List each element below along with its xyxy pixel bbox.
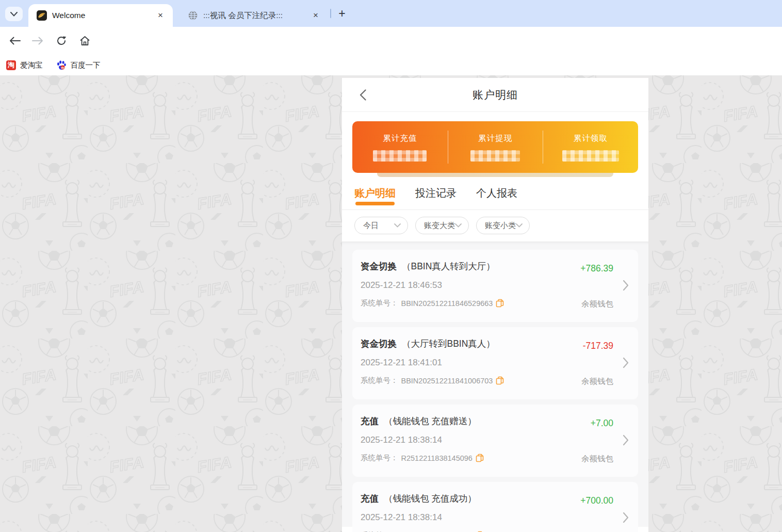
transaction-row[interactable]: 充值 （钱能钱包 充值赠送） 2025-12-21 18:38:14 系统单号：…	[352, 405, 638, 477]
transaction-detail: （钱能钱包 充值成功）	[384, 492, 477, 505]
copy-icon[interactable]	[476, 454, 484, 462]
tab-title: :::视讯 会员下注纪录:::	[203, 10, 309, 21]
transaction-detail: （BBIN真人转到大厅）	[402, 260, 495, 272]
order-number: BBIN202512211841006703	[401, 377, 493, 385]
summary-section: 累计充值 累计提现 累计领取	[342, 112, 648, 177]
tab-search-button[interactable]	[5, 7, 23, 21]
bookmark-aitaobao[interactable]: 淘 爱淘宝	[6, 60, 43, 70]
wallet-label: 余额钱包	[581, 299, 613, 310]
transaction-amount: +7.00	[591, 418, 613, 429]
summary-card-shadow-strip	[377, 173, 613, 177]
transaction-row[interactable]: 资金切换 （大厅转到BBIN真人） 2025-12-21 18:41:01 系统…	[352, 327, 638, 399]
chevron-right-icon[interactable]	[623, 434, 629, 446]
transaction-amount: +786.39	[580, 263, 613, 274]
chevron-down-icon	[455, 223, 462, 228]
browser-toolbar: 175616.cc/reports/index?tab=0	[0, 27, 782, 55]
order-prefix: 系统单号：	[361, 453, 398, 463]
summary-total-withdraw: 累计提现	[448, 121, 543, 173]
chevron-right-icon[interactable]	[623, 512, 629, 523]
masked-value	[562, 150, 619, 162]
transaction-row[interactable]: 充值 （钱能钱包 充值成功） 2025-12-21 18:38:14 系统单号：…	[352, 482, 638, 532]
chevron-down-icon	[10, 12, 18, 17]
account-detail-panel: 账户明细 累计充值 累计提现 累计领取 账户明细 投注记	[342, 78, 648, 532]
filter-label: 账变大类	[424, 221, 455, 231]
summary-total-claimed: 累计领取	[543, 121, 638, 173]
transaction-time: 2025-12-21 18:46:53	[361, 280, 561, 291]
transaction-type: 充值	[361, 415, 379, 427]
wallet-label: 余额钱包	[581, 454, 613, 464]
bookmark-label: 百度一下	[71, 60, 101, 70]
filter-date-dropdown[interactable]: 今日	[354, 217, 408, 234]
summary-label: 累计充值	[383, 133, 417, 144]
reload-icon	[56, 36, 67, 46]
site-favicon-icon	[37, 10, 47, 21]
svg-text:du: du	[61, 66, 64, 69]
transaction-time: 2025-12-21 18:41:01	[361, 358, 561, 368]
back-button[interactable]	[7, 33, 23, 49]
report-tabs: 账户明细 投注记录 个人报表	[342, 186, 648, 210]
chevron-down-icon	[516, 223, 523, 228]
tab-close-button[interactable]: ×	[309, 9, 322, 22]
globe-icon	[188, 10, 198, 21]
tab-personal-report[interactable]: 个人报表	[476, 186, 517, 207]
filter-label: 账变小类	[485, 221, 516, 231]
order-number: BBIN202512211846529663	[401, 299, 493, 308]
browser-tab-betting-record[interactable]: :::视讯 会员下注纪录::: ×	[180, 4, 328, 27]
new-tab-button[interactable]: +	[334, 6, 350, 21]
tab-account-detail[interactable]: 账户明细	[354, 186, 396, 207]
wallet-label: 余额钱包	[581, 376, 613, 387]
bookmark-baidu[interactable]: du 百度一下	[56, 60, 101, 70]
forward-arrow-icon	[32, 37, 43, 45]
taobao-icon: 淘	[6, 60, 16, 70]
order-prefix: 系统单号：	[361, 376, 398, 385]
filter-category-dropdown[interactable]: 账变大类	[415, 217, 469, 234]
tab-divider	[330, 9, 331, 18]
transaction-detail: （钱能钱包 充值赠送）	[384, 415, 477, 427]
filter-subcategory-dropdown[interactable]: 账变小类	[476, 217, 530, 234]
tab-title: Welcome	[52, 11, 154, 20]
summary-label: 累计领取	[574, 133, 608, 144]
summary-label: 累计提现	[478, 133, 512, 144]
copy-icon[interactable]	[496, 376, 504, 385]
masked-value	[373, 150, 427, 162]
summary-total-deposit: 累计充值	[352, 121, 448, 173]
transaction-list: 资金切换 （BBIN真人转到大厅） 2025-12-21 18:46:53 系统…	[342, 241, 648, 527]
transaction-time: 2025-12-21 18:38:14	[361, 435, 561, 445]
forward-button[interactable]	[30, 33, 45, 49]
page-background: FIFA	[0, 75, 782, 532]
filter-row: 今日 账变大类 账变小类	[342, 210, 648, 241]
transaction-type: 充值	[361, 492, 379, 505]
reload-button[interactable]	[54, 33, 69, 49]
order-prefix: 系统单号：	[361, 298, 398, 308]
back-arrow-icon	[9, 37, 21, 45]
order-number: R2512211838145096	[401, 454, 473, 462]
baidu-paw-icon: du	[56, 60, 67, 70]
home-icon	[79, 36, 90, 46]
copy-icon[interactable]	[496, 299, 504, 308]
tab-bet-record[interactable]: 投注记录	[415, 186, 457, 207]
browser-tab-welcome[interactable]: Welcome ×	[28, 4, 173, 27]
chevron-down-icon	[394, 223, 401, 228]
home-button[interactable]	[77, 33, 92, 49]
transaction-amount: -717.39	[583, 341, 613, 351]
chevron-right-icon[interactable]	[623, 280, 629, 291]
filter-label: 今日	[363, 221, 379, 231]
bookmarks-bar: 淘 爱淘宝 du 百度一下	[0, 55, 782, 75]
tab-close-button[interactable]: ×	[154, 9, 167, 22]
masked-value	[470, 150, 520, 162]
transaction-time: 2025-12-21 18:38:14	[361, 512, 561, 523]
browser-tab-strip: Welcome × :::视讯 会员下注纪录::: × +	[0, 0, 782, 27]
page-title: 账户明细	[342, 78, 648, 112]
transaction-detail: （大厅转到BBIN真人）	[402, 337, 495, 350]
transaction-type: 资金切换	[361, 260, 397, 272]
transaction-row[interactable]: 资金切换 （BBIN真人转到大厅） 2025-12-21 18:46:53 系统…	[352, 250, 638, 322]
summary-card: 累计充值 累计提现 累计领取	[352, 121, 638, 173]
chevron-right-icon[interactable]	[623, 357, 629, 368]
panel-header: 账户明细	[342, 78, 648, 112]
bookmark-label: 爱淘宝	[20, 60, 43, 70]
transaction-amount: +700.00	[580, 495, 613, 506]
transaction-type: 资金切换	[361, 337, 397, 350]
